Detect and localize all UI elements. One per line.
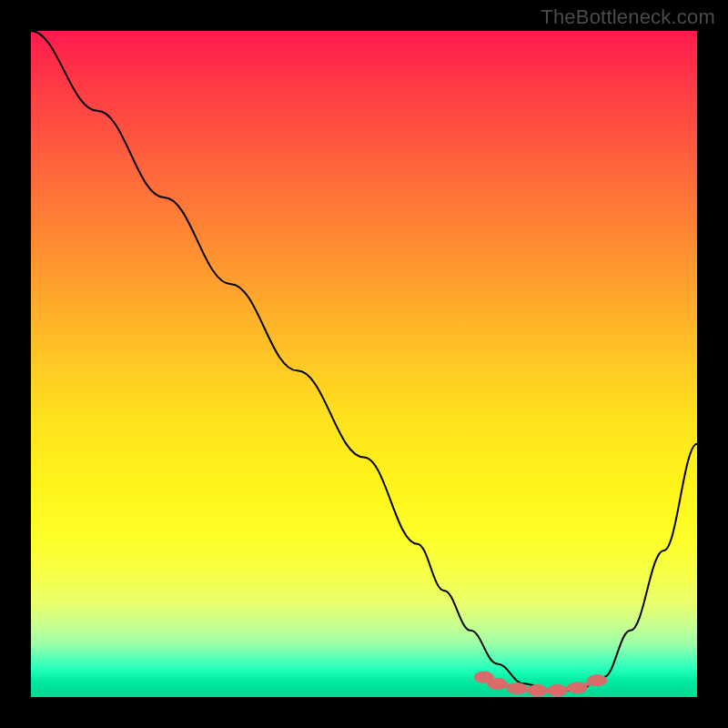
- optimal-marker: [567, 682, 587, 693]
- optimal-region-markers: [474, 671, 607, 696]
- watermark-text: TheBottleneck.com: [541, 5, 715, 29]
- optimal-marker: [507, 682, 527, 694]
- optimal-marker: [487, 678, 507, 690]
- optimal-marker: [547, 684, 567, 696]
- chart-frame: TheBottleneck.com: [0, 0, 728, 728]
- bottleneck-curve-path: [31, 31, 697, 691]
- optimal-marker: [527, 684, 547, 696]
- plot-area: [31, 31, 697, 697]
- optimal-marker: [587, 674, 607, 686]
- curve-svg: [31, 31, 697, 697]
